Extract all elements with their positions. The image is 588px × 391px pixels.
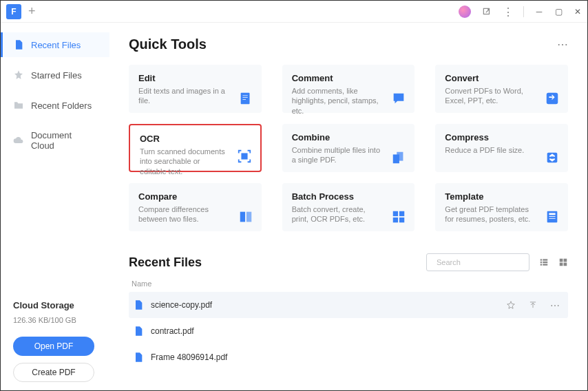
- svg-rect-12: [399, 218, 404, 222]
- pdf-icon: [133, 326, 144, 337]
- kebab-menu-icon[interactable]: ⋮: [503, 7, 512, 17]
- sidebar-item-label: Recent Folders: [31, 101, 92, 111]
- tool-desc: Add comments, like highlights, pencil, s…: [292, 86, 406, 116]
- star-icon: [13, 70, 24, 81]
- convert-icon: [545, 91, 560, 106]
- svg-rect-9: [393, 211, 398, 216]
- quick-tools-heading: Quick Tools: [129, 36, 207, 52]
- tool-title: Edit: [138, 73, 252, 83]
- tool-title: Convert: [445, 73, 558, 83]
- minimize-button[interactable]: ─: [535, 8, 543, 16]
- pdf-icon: [133, 299, 144, 310]
- tool-card-ocr[interactable]: OCR Turn scanned documents into searchab…: [129, 124, 262, 172]
- app-logo: F: [6, 4, 21, 19]
- sidebar-item-label: Starred Files: [31, 70, 82, 81]
- sidebar-item-starred-files[interactable]: Starred Files: [1, 63, 109, 87]
- tool-title: Comment: [292, 73, 406, 83]
- tool-desc: Convert PDFs to Word, Excel, PPT, etc.: [445, 86, 558, 106]
- tool-card-edit[interactable]: Edit Edit texts and images in a file.: [129, 65, 262, 113]
- svg-rect-11: [393, 218, 398, 222]
- recent-files-heading: Recent Files: [129, 255, 202, 270]
- tool-title: Template: [445, 191, 558, 202]
- tool-card-compress[interactable]: Compress Reduce a PDF file size.: [435, 124, 568, 172]
- svg-rect-21: [543, 262, 547, 263]
- search-box[interactable]: [426, 253, 529, 271]
- svg-rect-14: [549, 213, 555, 215]
- maximize-button[interactable]: ▢: [554, 8, 563, 16]
- tool-desc: Turn scanned documents into searchable o…: [140, 147, 251, 176]
- svg-rect-23: [543, 264, 547, 265]
- create-pdf-button[interactable]: Create PDF: [13, 363, 94, 382]
- sidebar: Recent Files Starred Files Recent Folder…: [1, 23, 109, 390]
- svg-rect-16: [549, 218, 555, 219]
- tool-card-batch-process[interactable]: Batch Process Batch convert, create, pri…: [282, 183, 415, 231]
- sidebar-item-label: Document Cloud: [31, 130, 97, 151]
- file-icon: [13, 39, 24, 50]
- svg-rect-26: [560, 263, 563, 266]
- open-pdf-button[interactable]: Open PDF: [13, 337, 94, 356]
- column-header-name: Name: [129, 279, 568, 288]
- tool-title: Batch Process: [292, 191, 406, 202]
- svg-rect-24: [560, 259, 563, 262]
- more-icon[interactable]: ⋯: [550, 300, 560, 310]
- svg-rect-1: [240, 93, 249, 105]
- file-row[interactable]: science-copy.pdf ⋯: [129, 292, 568, 318]
- svg-rect-25: [564, 259, 567, 262]
- cloud-icon: [13, 135, 24, 146]
- tool-card-compare[interactable]: Compare Compare differences between two …: [129, 183, 262, 231]
- file-name: Frame 48096914.pdf: [151, 352, 564, 362]
- grid-view-button[interactable]: [558, 257, 568, 267]
- tool-card-combine[interactable]: Combine Combine multiple files into a si…: [282, 124, 415, 172]
- search-input[interactable]: [437, 258, 532, 266]
- account-avatar[interactable]: [459, 6, 471, 18]
- star-icon[interactable]: [506, 300, 516, 310]
- edit-icon: [238, 91, 253, 106]
- tool-desc: Combine multiple files into a single PDF…: [292, 145, 406, 165]
- new-tab-button[interactable]: +: [28, 4, 36, 19]
- folder-icon: [13, 100, 24, 111]
- list-view-button[interactable]: [539, 257, 549, 267]
- tool-title: OCR: [140, 134, 251, 144]
- svg-rect-18: [540, 259, 542, 260]
- svg-rect-15: [549, 216, 555, 217]
- compare-icon: [238, 209, 253, 224]
- batch-icon: [391, 209, 406, 224]
- titlebar: F + ⋮ ─ ▢ ✕: [1, 1, 587, 23]
- template-icon: [545, 209, 560, 224]
- close-button[interactable]: ✕: [574, 8, 582, 16]
- file-name: science-copy.pdf: [151, 300, 499, 310]
- svg-rect-3: [241, 153, 247, 159]
- sidebar-item-recent-files[interactable]: Recent Files: [1, 32, 109, 57]
- svg-rect-10: [399, 211, 404, 216]
- tool-card-comment[interactable]: Comment Add comments, like highlights, p…: [282, 65, 415, 113]
- svg-rect-20: [540, 262, 542, 263]
- upload-icon[interactable]: [528, 300, 538, 310]
- svg-rect-22: [540, 264, 542, 265]
- file-row[interactable]: Frame 48096914.pdf: [129, 344, 568, 370]
- share-icon[interactable]: [482, 7, 492, 17]
- combine-icon: [391, 150, 406, 165]
- sidebar-item-recent-folders[interactable]: Recent Folders: [1, 93, 109, 118]
- tool-title: Combine: [292, 132, 406, 142]
- ocr-icon: [237, 149, 252, 164]
- quick-tools-more-button[interactable]: ⋯: [557, 38, 568, 51]
- cloud-storage-usage: 126.36 KB/100 GB: [13, 316, 97, 324]
- compress-icon: [545, 150, 560, 165]
- pdf-icon: [133, 352, 144, 363]
- tool-card-convert[interactable]: Convert Convert PDFs to Word, Excel, PPT…: [435, 65, 568, 113]
- tool-title: Compare: [138, 191, 252, 202]
- file-row[interactable]: contract.pdf: [129, 318, 568, 344]
- svg-rect-27: [564, 263, 567, 266]
- tool-desc: Edit texts and images in a file.: [138, 86, 252, 106]
- file-name: contract.pdf: [151, 326, 564, 336]
- svg-rect-5: [397, 152, 403, 161]
- cloud-storage-title: Cloud Storage: [13, 300, 97, 310]
- svg-rect-8: [246, 212, 251, 222]
- sidebar-item-document-cloud[interactable]: Document Cloud: [1, 123, 109, 158]
- tool-title: Compress: [445, 132, 558, 142]
- tool-desc: Get great PDF templates for resumes, pos…: [445, 204, 558, 224]
- svg-rect-7: [240, 212, 244, 222]
- main-area: Quick Tools ⋯ Edit Edit texts and images…: [109, 23, 587, 390]
- sidebar-item-label: Recent Files: [31, 40, 81, 50]
- tool-card-template[interactable]: Template Get great PDF templates for res…: [435, 183, 568, 231]
